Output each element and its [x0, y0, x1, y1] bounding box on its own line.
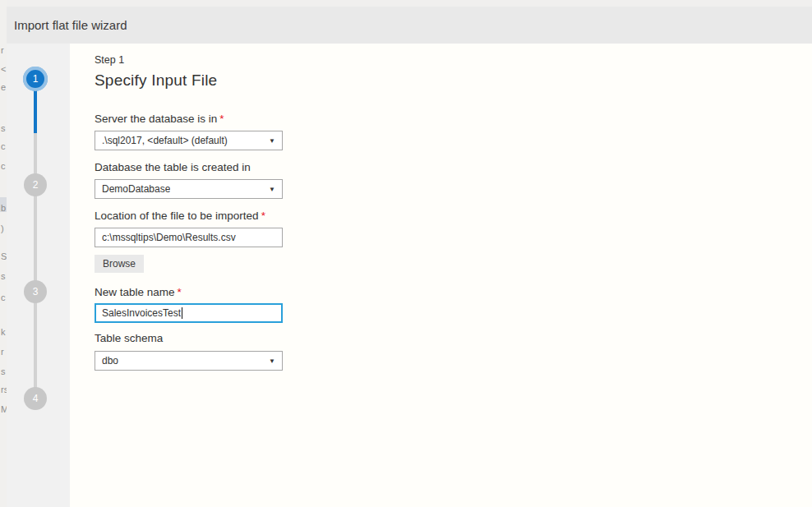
step-4-number: 4 [33, 393, 39, 404]
server-label: Server the database is in* [95, 113, 224, 125]
background-text-fragment: s [1, 271, 6, 281]
background-text-fragment: s [1, 123, 6, 133]
background-text-fragment: M [1, 404, 7, 414]
background-text-fragment: s [1, 366, 6, 376]
background-text-fragment: c [1, 141, 6, 151]
background-text-fragment: c [1, 293, 6, 302]
schema-label: Table schema [95, 332, 163, 344]
file-location-value: c:\mssqltips\Demo\Results.csv [102, 232, 236, 243]
step-3-indicator[interactable]: 3 [24, 280, 47, 303]
background-text-fragment: b [1, 203, 6, 213]
file-location-label: Location of the file to be imported* [95, 210, 265, 222]
background-text-fragment: e [1, 82, 6, 92]
wizard-content: Step 1 Specify Input File Server the dat… [70, 44, 812, 507]
table-name-input[interactable]: SalesInvoicesTest [95, 303, 283, 323]
browse-button[interactable]: Browse [95, 255, 144, 273]
database-dropdown-value: DemoDatabase [102, 183, 170, 195]
database-label: Database the table is created in [95, 161, 251, 173]
required-asterisk: * [219, 113, 224, 125]
step-label: Step 1 [95, 54, 124, 66]
step-2-number: 2 [33, 179, 39, 191]
background-text-fragment: < [1, 64, 6, 74]
step-2-indicator[interactable]: 2 [24, 173, 47, 196]
background-text-fragment: k [1, 327, 6, 337]
background-text-fragment: r [1, 45, 4, 55]
step-1-number: 1 [33, 73, 39, 85]
wizard-header: Import flat file wizard [7, 7, 812, 44]
page-title: Specify Input File [95, 71, 217, 90]
required-asterisk: * [261, 210, 265, 222]
background-text-fragment: c [1, 161, 6, 171]
step-1-indicator[interactable]: 1 [23, 67, 48, 91]
server-dropdown-value: .\sql2017, <default> (default) [102, 135, 228, 146]
import-flat-file-wizard-window: { "header": { "title": "Import flat file… [0, 0, 812, 507]
background-text-fragment: r [1, 347, 4, 357]
background-text-fragment: S [1, 251, 7, 261]
background-text-fragment: ) [1, 224, 4, 233]
step-sidebar: 1 2 3 4 [7, 44, 70, 507]
wizard-title: Import flat file wizard [7, 18, 127, 32]
step-4-indicator[interactable]: 4 [24, 387, 47, 410]
background-text-fragment: rs [1, 385, 7, 394]
database-dropdown[interactable]: DemoDatabase ▼ [95, 179, 283, 199]
table-name-label: New table name* [95, 286, 182, 298]
chevron-down-icon: ▼ [264, 186, 275, 193]
schema-dropdown[interactable]: dbo ▼ [95, 351, 283, 371]
chevron-down-icon: ▼ [264, 357, 275, 365]
schema-dropdown-value: dbo [102, 355, 118, 366]
step-3-number: 3 [33, 286, 39, 297]
text-cursor [182, 307, 182, 319]
required-asterisk: * [178, 286, 182, 298]
table-name-value: SalesInvoicesTest [102, 307, 181, 319]
server-dropdown[interactable]: .\sql2017, <default> (default) ▼ [95, 131, 283, 150]
file-location-input[interactable]: c:\mssqltips\Demo\Results.csv [95, 228, 283, 247]
chevron-down-icon: ▼ [264, 137, 275, 145]
background-app-edge: r<esccb)SsckrsrsM [0, 0, 7, 507]
